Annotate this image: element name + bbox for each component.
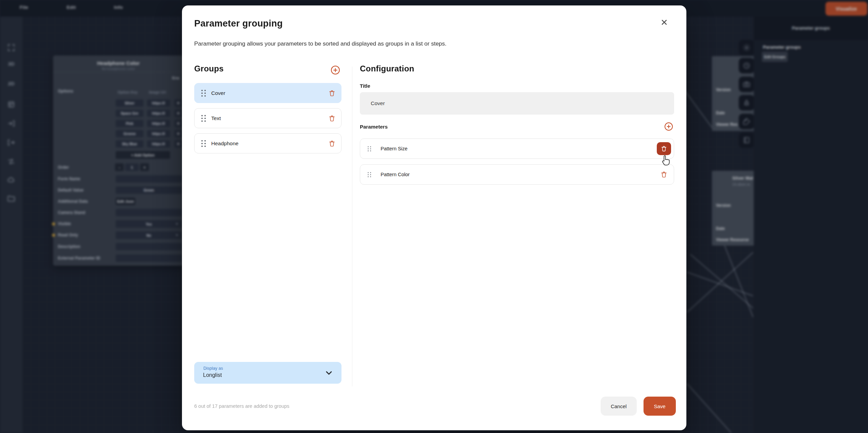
group-label: Headphone — [211, 140, 328, 147]
parameter-row-pattern-color[interactable]: Pattern Color — [360, 164, 674, 185]
group-row-headphone[interactable]: Headphone — [194, 133, 341, 153]
group-label: Text — [211, 115, 328, 121]
dialog-description: Parameter grouping allows your parameter… — [194, 40, 447, 47]
group-row-cover[interactable]: Cover — [194, 83, 341, 103]
drag-handle-icon[interactable] — [201, 90, 206, 97]
add-parameter-icon[interactable] — [664, 122, 673, 131]
drag-handle-icon[interactable] — [368, 146, 371, 151]
delete-parameter-button-hovered[interactable] — [657, 142, 671, 155]
parameter-row-pattern-size[interactable]: Pattern Size — [360, 138, 674, 159]
delete-group-icon[interactable] — [328, 89, 336, 98]
delete-group-icon[interactable] — [328, 139, 336, 148]
parameter-label: Pattern Color — [381, 172, 660, 177]
drag-handle-icon[interactable] — [201, 140, 206, 147]
drag-handle-icon[interactable] — [201, 115, 206, 122]
dialog-title: Parameter grouping — [194, 18, 283, 29]
group-row-text[interactable]: Text — [194, 108, 341, 128]
hand-cursor — [660, 154, 671, 167]
display-as-dropdown[interactable]: Display as Longlist — [194, 362, 341, 384]
parameters-label: Parameters — [360, 124, 388, 130]
cancel-button[interactable]: Cancel — [601, 397, 637, 416]
display-as-value: Longlist — [203, 372, 222, 378]
delete-group-icon[interactable] — [328, 114, 336, 123]
parameter-label: Pattern Size — [381, 146, 657, 151]
drag-handle-icon[interactable] — [368, 172, 371, 177]
display-as-label: Display as — [203, 366, 223, 371]
delete-parameter-icon[interactable] — [660, 170, 668, 179]
groups-heading: Groups — [194, 64, 224, 73]
title-field-label: Title — [360, 83, 370, 89]
chevron-down-icon — [325, 369, 333, 377]
add-group-icon[interactable] — [330, 65, 340, 75]
column-divider — [352, 67, 352, 386]
parameter-grouping-dialog: Parameter grouping ✕ Parameter grouping … — [182, 5, 686, 430]
group-title-input[interactable]: Cover — [360, 92, 674, 115]
parameters-status-text: 6 out of 17 parameters are added to grou… — [194, 403, 289, 409]
group-label: Cover — [211, 90, 328, 96]
save-button[interactable]: Save — [644, 397, 676, 416]
close-icon[interactable]: ✕ — [657, 16, 671, 29]
configuration-heading: Configuration — [360, 64, 414, 73]
